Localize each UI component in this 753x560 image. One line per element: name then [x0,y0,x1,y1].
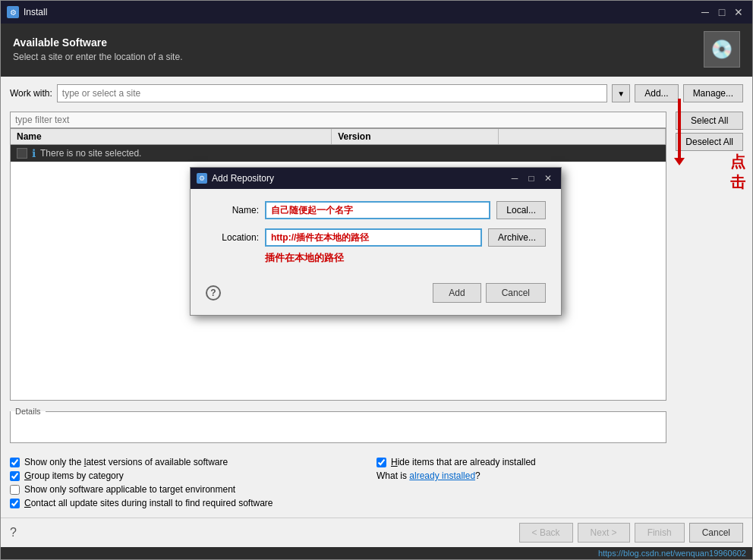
dialog-cancel-button[interactable]: Cancel [486,283,546,303]
dialog-maximize-button[interactable]: □ [525,171,538,185]
dialog-title: Add Repository [212,173,508,184]
location-input[interactable] [265,228,482,247]
location-annotation-text: 插件在本地的路径 [265,251,546,265]
dialog-body: Name: Local... Location: Archive... 插件在本… [191,189,561,277]
add-repository-dialog: ⚙ Add Repository ─ □ ✕ Name: Local... Lo… [190,167,562,316]
dialog-footer: ? Add Cancel [191,277,561,315]
dialog-controls: ─ □ ✕ [508,171,555,185]
dialog-help: ? [206,285,221,300]
name-input[interactable] [265,201,490,219]
location-field-row: Location: Archive... [206,228,546,247]
archive-button[interactable]: Archive... [488,228,546,247]
dialog-icon: ⚙ [197,173,207,184]
dialog-help-button[interactable]: ? [206,285,221,300]
dialog-footer-buttons: Add Cancel [433,283,546,303]
dialog-close-button[interactable]: ✕ [541,171,555,185]
name-label: Name: [206,205,259,216]
dialog-minimize-button[interactable]: ─ [508,171,521,185]
location-label: Location: [206,232,259,243]
name-field-row: Name: Local... [206,201,546,219]
local-button[interactable]: Local... [496,201,546,219]
dialog-add-button[interactable]: Add [433,283,480,303]
dialog-overlay: ⚙ Add Repository ─ □ ✕ Name: Local... Lo… [0,0,753,560]
dialog-title-bar: ⚙ Add Repository ─ □ ✕ [191,168,561,189]
